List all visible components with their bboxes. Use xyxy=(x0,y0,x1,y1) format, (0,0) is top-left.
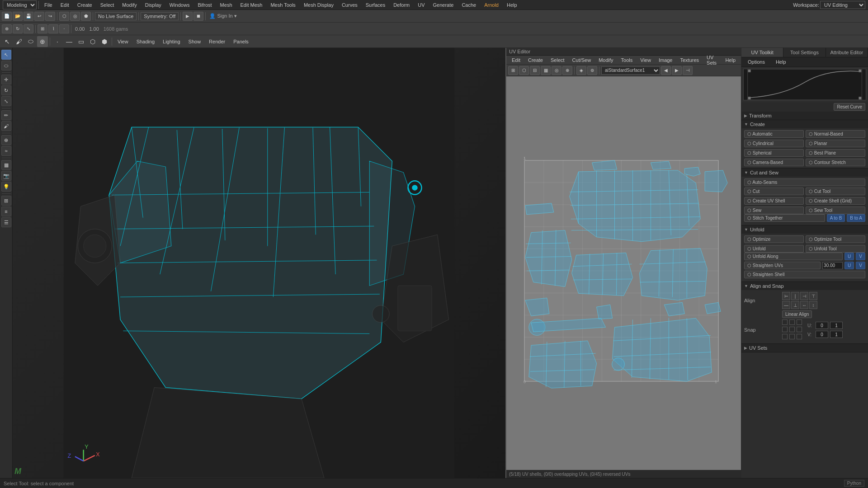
align-bottom-btn[interactable]: ⊥ xyxy=(791,301,799,309)
straighten-uvs-btn[interactable]: ⬡ Straighten UVs xyxy=(744,262,821,269)
menu-mesh[interactable]: Mesh xyxy=(217,1,236,9)
brush-tool-btn[interactable]: ✏ xyxy=(1,110,11,120)
cut-sew-header[interactable]: ▼ Cut and Sew xyxy=(741,169,868,177)
best-plane-btn[interactable]: ⬡ Best Plane xyxy=(806,149,865,157)
menu-edit-mesh[interactable]: Edit Mesh xyxy=(237,1,266,9)
select-tool[interactable]: ⬡ xyxy=(59,12,69,21)
scale-btn[interactable]: ⤡ xyxy=(24,24,33,33)
snap-cb-3[interactable] xyxy=(797,319,802,325)
uv-menu-cutsew[interactable]: Cut/Sew xyxy=(569,56,595,64)
stop-btn[interactable]: ⏹ xyxy=(193,12,203,21)
sew-tool-btn[interactable]: ⬡ Sew Tool xyxy=(806,206,865,214)
snap-cb-1[interactable] xyxy=(782,319,788,325)
reset-curve-btn[interactable]: Reset Curve xyxy=(834,103,865,111)
u-val1[interactable] xyxy=(816,322,828,329)
icon-active[interactable]: ⊕ xyxy=(37,36,48,47)
panel-btn-2[interactable]: ≡ xyxy=(1,206,11,216)
icon-uvshell[interactable]: ⬢ xyxy=(99,36,110,47)
play-btn[interactable]: ▶ xyxy=(183,12,193,21)
uv-tb-nav[interactable]: ⊣ xyxy=(683,66,693,75)
unfold-v-btn[interactable]: V xyxy=(856,253,865,260)
rotate-btn[interactable]: ↻ xyxy=(13,24,23,33)
v-val1[interactable] xyxy=(816,331,828,338)
snap-cb-7[interactable] xyxy=(782,334,788,339)
menu-file[interactable]: File xyxy=(41,1,56,9)
sculpt-btn[interactable]: ⊕ xyxy=(1,135,11,145)
btoa-btn[interactable]: B to A xyxy=(847,214,865,222)
uv-menu-select[interactable]: Select xyxy=(547,56,568,64)
icon-face[interactable]: ▭ xyxy=(75,36,86,47)
uv-sets-header[interactable]: ▶ UV Sets xyxy=(741,344,868,352)
snap-curve-btn[interactable]: ⌇ xyxy=(48,24,58,33)
viewport-panels-menu[interactable]: Panels xyxy=(230,38,252,45)
material-selector[interactable]: aiStandardSurface1 xyxy=(601,66,660,75)
align-snap-header[interactable]: ▼ Align and Snap xyxy=(741,282,868,290)
uv-menu-textures[interactable]: Textures xyxy=(676,56,703,64)
menu-create[interactable]: Create xyxy=(74,1,96,9)
straighten-v-btn[interactable]: V xyxy=(856,262,865,269)
menu-modify[interactable]: Modify xyxy=(118,1,140,9)
menu-arnold[interactable]: Arnold xyxy=(481,1,502,9)
menu-help[interactable]: Help xyxy=(503,1,521,9)
unfold-tool-btn[interactable]: ⬡ Unfold Tool xyxy=(806,245,865,253)
uv-menu-modify[interactable]: Modify xyxy=(595,56,617,64)
menu-select[interactable]: Select xyxy=(97,1,118,9)
scale-tool-btn[interactable]: ⤡ xyxy=(1,96,11,106)
lasso-tool-btn[interactable]: ⬭ xyxy=(1,61,11,70)
camera-btn[interactable]: 📷 xyxy=(1,171,11,181)
create-uv-shell-btn[interactable]: ⬡ Create UV Shell xyxy=(744,197,804,205)
unfold-btn[interactable]: ⬡ Unfold xyxy=(744,245,804,253)
uv-tb-next[interactable]: ▶ xyxy=(672,66,682,75)
uv-tb-6[interactable]: ⊕ xyxy=(562,66,572,75)
python-badge[interactable]: Python xyxy=(844,480,864,487)
crease-btn[interactable]: ≈ xyxy=(1,146,11,156)
stitch-together-btn[interactable]: ⬡ Stitch Together xyxy=(744,214,825,222)
menu-uv[interactable]: UV xyxy=(414,1,428,9)
snap-cb-2[interactable] xyxy=(789,319,795,325)
icon-lasso[interactable]: ⬭ xyxy=(25,36,36,47)
menu-bifrost[interactable]: Bifrost xyxy=(194,1,215,9)
icon-edge[interactable]: — xyxy=(64,36,75,47)
new-btn[interactable]: 📄 xyxy=(2,12,12,21)
uv-menu-help[interactable]: Help xyxy=(722,56,739,64)
menu-curves[interactable]: Curves xyxy=(338,1,361,9)
workspace-selector[interactable]: UV Editing xyxy=(820,1,865,9)
uv-canvas[interactable]: 1 0 1 1 xyxy=(506,76,741,470)
unfold-along-btn[interactable]: ⬡ Unfold Along xyxy=(744,253,843,260)
cylindrical-btn[interactable]: ⬡ Cylindrical xyxy=(744,140,804,147)
unfold-u-btn[interactable]: U xyxy=(844,253,854,260)
contour-stretch-btn[interactable]: ⬡ Contour Stretch xyxy=(806,159,865,166)
viewport-show-menu[interactable]: Show xyxy=(185,38,205,45)
paint-tool-btn[interactable]: 🖌 xyxy=(1,121,11,131)
icon-select[interactable]: ↖ xyxy=(2,36,13,47)
snap-point-btn[interactable]: · xyxy=(59,24,69,33)
tab-tool-settings[interactable]: Tool Settings xyxy=(783,48,826,57)
snap-cb-4[interactable] xyxy=(782,327,788,332)
uv-menu-view[interactable]: View xyxy=(637,56,655,64)
symmetry-label[interactable]: Symmetry: Off xyxy=(141,12,179,20)
viewport-shading-menu[interactable]: Shading xyxy=(133,38,158,45)
straighten-shell-btn[interactable]: ⬡ Straighten Shell xyxy=(744,271,865,278)
create-header[interactable]: ▼ Create xyxy=(741,120,868,128)
lasso-tool[interactable]: ◎ xyxy=(70,12,80,21)
menu-deform[interactable]: Deform xyxy=(390,1,413,9)
uv-tb-1[interactable]: ⊞ xyxy=(508,66,518,75)
menu-mesh-display[interactable]: Mesh Display xyxy=(300,1,337,9)
straighten-u-btn[interactable]: U xyxy=(844,262,854,269)
menu-mesh-tools[interactable]: Mesh Tools xyxy=(267,1,299,9)
cut-tool-btn[interactable]: ⬡ Cut Tool xyxy=(806,188,865,195)
transform-header[interactable]: ▶ Transform xyxy=(741,112,868,120)
panel-btn-1[interactable]: ⊞ xyxy=(1,196,11,206)
uv-tb-3[interactable]: ⊟ xyxy=(530,66,540,75)
menu-windows[interactable]: Windows xyxy=(166,1,193,9)
uv-tb-5[interactable]: ◎ xyxy=(552,66,561,75)
unfold-header[interactable]: ▼ Unfold xyxy=(741,225,868,234)
normal-based-btn[interactable]: ⬡ Normal-Based xyxy=(806,130,865,138)
open-btn[interactable]: 📂 xyxy=(13,12,23,21)
auto-seams-btn[interactable]: ⬡ Auto-Seams xyxy=(744,178,865,186)
v-val2[interactable] xyxy=(830,331,843,338)
sign-in-label[interactable]: 👤 Sign In ▾ xyxy=(208,13,238,19)
linear-align-btn[interactable]: Linear Align xyxy=(782,310,812,318)
uv-tb-2[interactable]: ⬡ xyxy=(519,66,529,75)
align-left-btn[interactable]: ⊢ xyxy=(782,292,790,300)
